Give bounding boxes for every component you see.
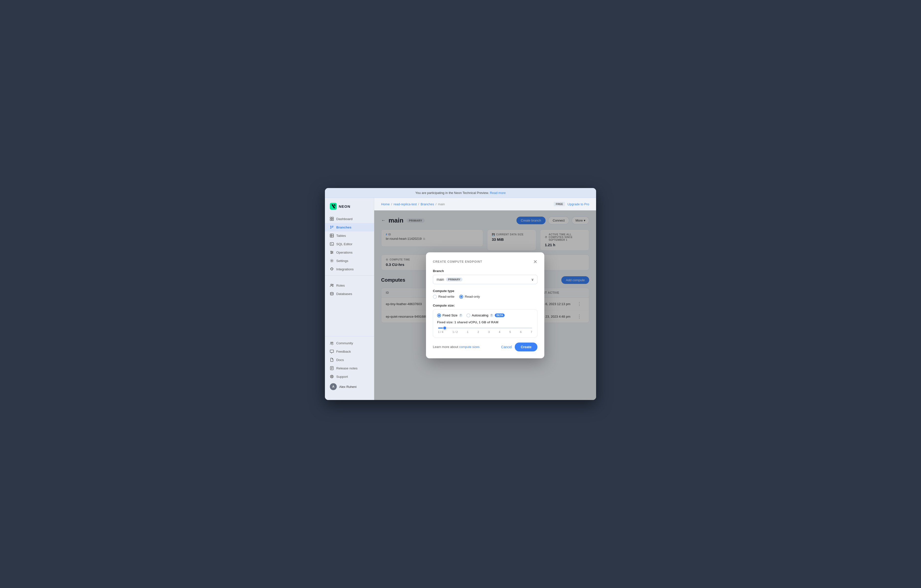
main-content: Home / read-replica-test / Branches / ma… bbox=[374, 198, 596, 400]
size-tab-label: Fixed Size bbox=[443, 313, 457, 317]
sidebar-item-support[interactable]: Support bbox=[325, 372, 374, 381]
radio-label: Read-write bbox=[438, 295, 454, 299]
sidebar-item-label: Branches bbox=[336, 226, 351, 229]
top-banner: You are participating in the Neon Techni… bbox=[325, 188, 596, 198]
sidebar-item-roles[interactable]: Roles bbox=[325, 281, 374, 289]
sidebar-item-operations[interactable]: Operations bbox=[325, 248, 374, 257]
slider-label: 6 bbox=[520, 330, 522, 333]
sidebar-item-branches[interactable]: Branches bbox=[325, 223, 374, 231]
branch-select[interactable]: main PRIMARY ∨ bbox=[433, 275, 537, 284]
breadcrumb-branches[interactable]: Branches bbox=[421, 202, 434, 206]
slider-label: 1 / 2 bbox=[452, 330, 457, 333]
question-icon[interactable]: ? bbox=[459, 314, 462, 317]
svg-point-17 bbox=[332, 252, 333, 253]
chevron-down-icon: ∨ bbox=[531, 278, 534, 281]
logo-area: NEON bbox=[325, 203, 374, 214]
sidebar-item-label: Integrations bbox=[336, 267, 354, 271]
modal-overlay: CREATE COMPUTE ENDPOINT ✕ Branch main PR… bbox=[374, 210, 596, 400]
notes-icon bbox=[330, 366, 334, 370]
beta-badge: BETA bbox=[495, 313, 504, 317]
sidebar-item-settings[interactable]: Settings bbox=[325, 257, 374, 265]
sidebar-item-label: Roles bbox=[336, 284, 345, 288]
sidebar-item-label: SQL Editor bbox=[336, 242, 353, 246]
upgrade-button[interactable]: Upgrade to Pro bbox=[568, 202, 589, 206]
sidebar-item-label: Dashboard bbox=[336, 217, 353, 221]
branch-primary-badge: PRIMARY bbox=[446, 278, 462, 281]
svg-line-34 bbox=[332, 375, 333, 376]
radio-dot bbox=[438, 315, 440, 317]
slider-label: 3 bbox=[488, 330, 490, 333]
settings-icon bbox=[330, 259, 334, 263]
sidebar-item-tables[interactable]: Tables bbox=[325, 231, 374, 240]
radio-dot bbox=[460, 296, 462, 298]
slider-track bbox=[438, 328, 532, 328]
question-icon-autoscaling[interactable]: ? bbox=[490, 314, 493, 317]
modal-footer: Learn more about compute sizes Cancel Cr… bbox=[433, 343, 537, 351]
modal-title: CREATE COMPUTE ENDPOINT bbox=[433, 260, 482, 263]
breadcrumb-sep: / bbox=[418, 202, 419, 206]
breadcrumb-sep: / bbox=[436, 202, 436, 206]
learn-more: Learn more about compute sizes bbox=[433, 345, 480, 349]
sidebar: NEON Dashboard Branches Tables bbox=[325, 198, 374, 400]
radio-read-write[interactable]: Read-write bbox=[433, 295, 454, 299]
svg-point-6 bbox=[332, 226, 333, 227]
svg-rect-8 bbox=[330, 234, 334, 237]
sidebar-item-label: Settings bbox=[336, 259, 348, 263]
nav-section: Dashboard Branches Tables SQL Editor bbox=[325, 214, 374, 334]
radio-circle-checked bbox=[459, 295, 463, 299]
sidebar-item-label: Feedback bbox=[336, 350, 351, 353]
radio-circle-checked bbox=[437, 313, 441, 317]
sidebar-item-label: Databases bbox=[336, 292, 352, 296]
neon-logo-icon bbox=[330, 203, 337, 210]
modal-close-button[interactable]: ✕ bbox=[533, 259, 537, 264]
sidebar-item-docs[interactable]: Docs bbox=[325, 356, 374, 364]
header-right: FREE Upgrade to Pro bbox=[554, 202, 589, 206]
sidebar-item-databases[interactable]: Databases bbox=[325, 289, 374, 298]
sidebar-item-label: Support bbox=[336, 375, 348, 378]
radio-read-only[interactable]: Read-only bbox=[459, 295, 480, 299]
sidebar-bottom: Community Feedback Docs Release notes Su… bbox=[325, 336, 374, 395]
svg-line-35 bbox=[331, 377, 331, 378]
sidebar-item-release-notes[interactable]: Release notes bbox=[325, 364, 374, 372]
fixed-size-desc: 1 shared vCPU, 1 GB of RAM bbox=[454, 320, 498, 324]
svg-line-33 bbox=[332, 377, 333, 378]
terminal-icon bbox=[330, 242, 334, 246]
slider-labels: 1 / 4 1 / 2 1 2 3 4 5 6 7 bbox=[438, 330, 532, 333]
compute-size-label: Compute size: bbox=[433, 304, 537, 307]
size-tab-autoscaling[interactable]: Autoscaling ? BETA bbox=[466, 313, 505, 317]
lifering-icon bbox=[330, 375, 334, 378]
svg-point-21 bbox=[331, 284, 332, 285]
compute-size-box: Fixed Size ? Autoscaling ? BETA bbox=[433, 309, 537, 338]
grid-icon bbox=[330, 217, 334, 221]
table-icon bbox=[330, 234, 334, 237]
sidebar-item-label: Operations bbox=[336, 251, 353, 254]
radio-label: Read-only bbox=[465, 295, 480, 299]
community-icon bbox=[330, 341, 334, 345]
branch-label: Branch bbox=[433, 269, 537, 273]
sidebar-item-integrations[interactable]: Integrations bbox=[325, 265, 374, 273]
user-area[interactable]: A Alex Ruheni bbox=[325, 381, 374, 393]
create-button[interactable]: Create bbox=[515, 343, 537, 351]
svg-point-15 bbox=[331, 251, 332, 252]
svg-point-22 bbox=[332, 284, 333, 285]
banner-read-more[interactable]: Read more bbox=[490, 191, 506, 195]
sidebar-item-community[interactable]: Community bbox=[325, 339, 374, 347]
size-tab-fixed[interactable]: Fixed Size ? bbox=[437, 313, 462, 317]
breadcrumb-current: main bbox=[438, 202, 445, 206]
compute-sizes-link[interactable]: compute sizes bbox=[459, 345, 480, 349]
svg-rect-3 bbox=[330, 219, 332, 221]
slider-thumb[interactable] bbox=[443, 326, 447, 330]
sidebar-item-feedback[interactable]: Feedback bbox=[325, 347, 374, 356]
svg-point-23 bbox=[330, 292, 333, 293]
slider-label: 4 bbox=[499, 330, 500, 333]
sidebar-item-sql-editor[interactable]: SQL Editor bbox=[325, 240, 374, 248]
slider-label: 1 / 4 bbox=[438, 330, 443, 333]
puzzle-icon bbox=[330, 267, 334, 271]
cancel-button[interactable]: Cancel bbox=[501, 345, 512, 349]
svg-rect-1 bbox=[330, 217, 332, 219]
sidebar-item-dashboard[interactable]: Dashboard bbox=[325, 214, 374, 223]
sidebar-item-label: Tables bbox=[336, 234, 346, 237]
breadcrumb-project[interactable]: read-replica-test bbox=[394, 202, 417, 206]
breadcrumb-home[interactable]: Home bbox=[381, 202, 390, 206]
svg-point-24 bbox=[330, 342, 332, 343]
